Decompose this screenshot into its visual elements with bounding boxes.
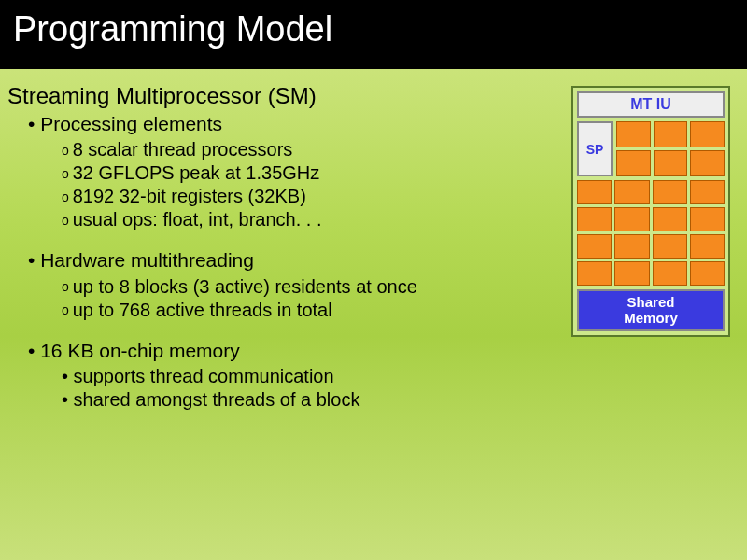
sp-grid-top bbox=[616, 121, 725, 176]
sm-box: MT IU SP bbox=[571, 86, 730, 337]
slide-header: Programming Model bbox=[0, 0, 747, 69]
sp-cell bbox=[577, 234, 612, 259]
mt-iu-label: MT IU bbox=[577, 91, 725, 118]
sp-row: SP bbox=[577, 121, 725, 176]
sp-grid-main bbox=[577, 180, 725, 286]
list-item: supports thread communication bbox=[62, 365, 571, 388]
section-processing-elements: Processing elements bbox=[28, 112, 571, 136]
sp-cell bbox=[690, 180, 725, 204]
sp-cell bbox=[653, 234, 687, 259]
list-item: shared amongst threads of a block bbox=[62, 388, 571, 412]
slide-content: Streaming Multiprocessor (SM) Processing… bbox=[0, 69, 747, 419]
list-item: usual ops: float, int, branch. . . bbox=[62, 208, 571, 231]
sp-cell bbox=[654, 150, 688, 176]
list-item: 8192 32-bit registers (32KB) bbox=[62, 185, 571, 208]
section-hardware-multithreading: Hardware multithreading bbox=[28, 248, 571, 273]
list-item: 32 GFLOPS peak at 1.35GHz bbox=[62, 161, 571, 185]
sp-cell bbox=[654, 121, 688, 147]
sp-cell bbox=[614, 207, 649, 231]
sp-cell bbox=[577, 261, 612, 286]
sp-label: SP bbox=[577, 121, 613, 176]
sp-cell bbox=[614, 180, 649, 204]
shared-memory-label: Shared Memory bbox=[577, 289, 725, 331]
sp-cell bbox=[690, 150, 725, 176]
sp-cell bbox=[616, 121, 651, 147]
sp-cell bbox=[577, 207, 612, 231]
sp-cell bbox=[690, 207, 725, 231]
sp-cell bbox=[690, 261, 725, 286]
sp-cell bbox=[577, 180, 612, 204]
sp-cell bbox=[690, 234, 725, 259]
sm-diagram: MT IU SP bbox=[571, 82, 740, 412]
sp-cell bbox=[614, 261, 649, 286]
sp-cell bbox=[653, 207, 687, 231]
sp-cell bbox=[653, 180, 687, 204]
sp-cell bbox=[616, 150, 651, 176]
slide-title: Programming Model bbox=[13, 9, 734, 49]
sp-cell bbox=[614, 234, 649, 259]
list-item: up to 768 active threads in total bbox=[62, 299, 571, 322]
sp-cell bbox=[653, 261, 687, 286]
list-item: 8 scalar thread processors bbox=[62, 138, 571, 161]
section-onchip-memory: 16 KB on-chip memory bbox=[28, 339, 571, 363]
text-column: Streaming Multiprocessor (SM) Processing… bbox=[7, 82, 571, 412]
sp-cell bbox=[690, 121, 725, 147]
main-heading: Streaming Multiprocessor (SM) bbox=[7, 82, 571, 110]
list-item: up to 8 blocks (3 active) residents at o… bbox=[62, 275, 571, 299]
